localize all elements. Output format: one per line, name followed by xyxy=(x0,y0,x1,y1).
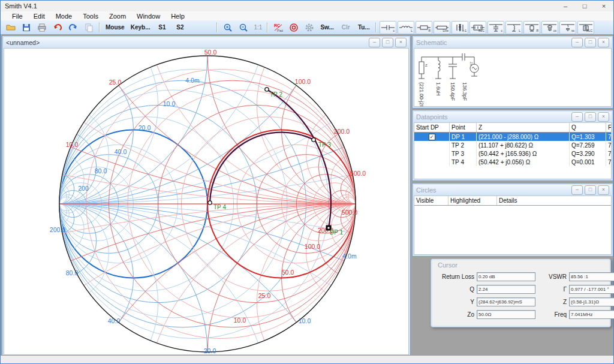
shunt-capacitor-value-label: 150.4pF xyxy=(450,82,456,101)
circles-column-highlighted[interactable]: Highlighted xyxy=(449,196,497,206)
chart-close-button[interactable]: × xyxy=(395,38,407,47)
conductance-label: 20.0 xyxy=(139,124,151,131)
datapoints-minimize-button[interactable]: – xyxy=(571,112,583,122)
menu-edit[interactable]: Edit xyxy=(28,13,50,20)
cursor-field-q[interactable]: 2.24 xyxy=(477,285,535,294)
series-capacitor-button[interactable]: c xyxy=(380,21,396,34)
cursor-field-[interactable]: 0.977 / -177.001 ° xyxy=(569,285,614,294)
shunt-inductor-symbol[interactable] xyxy=(435,57,441,79)
shunt-rlc-button[interactable]: RLC xyxy=(577,21,594,34)
circles-column-details[interactable]: Details xyxy=(497,196,612,206)
svg-text:Pad: Pad xyxy=(277,29,283,32)
point-label: TP 2 xyxy=(270,91,282,98)
shunt-series-cs-button[interactable]: cs xyxy=(541,21,558,34)
datapoints-column-start-dp[interactable]: Start DP xyxy=(414,123,450,133)
open-button[interactable] xyxy=(3,22,19,34)
shunt-capacitor-button[interactable]: c xyxy=(487,21,504,34)
zoom-out-button[interactable] xyxy=(236,22,251,34)
cursor-label-y: Y xyxy=(436,299,477,305)
circles-panel-titlebar[interactable]: Circles –□× xyxy=(414,185,612,195)
tool-button-clr[interactable]: Clr xyxy=(337,22,355,34)
schematic-minimize-button[interactable]: – xyxy=(571,38,583,47)
menu-file[interactable]: File xyxy=(7,13,28,20)
schematic-restore-button[interactable]: □ xyxy=(585,38,596,47)
mode-button-s1[interactable]: S1 xyxy=(153,22,171,34)
transmission-line-button[interactable]: Line xyxy=(434,21,450,34)
print-button[interactable] xyxy=(34,22,50,34)
zoom-in-button[interactable] xyxy=(220,22,236,34)
mode-button-keyb[interactable]: Keyb... xyxy=(128,22,154,34)
tool-button-tu[interactable]: Tu... xyxy=(355,22,373,34)
chart-restore-button[interactable]: □ xyxy=(382,38,393,47)
cursor-field-vswr[interactable]: 85.56 :1 xyxy=(569,272,614,281)
cursor-field-freq[interactable]: 7.041MHz xyxy=(569,310,614,319)
series-capacitor-symbol[interactable] xyxy=(462,53,465,61)
datapoints-close-button[interactable]: × xyxy=(598,112,609,122)
datapoints-column-q[interactable]: Q xyxy=(570,123,606,133)
smith-chart[interactable]: 10.025.050.0100.0200.0500.0500.0200.0100… xyxy=(4,49,409,355)
toolbar-separator xyxy=(267,22,268,32)
cursor-field-return-loss[interactable]: 0.20 dB xyxy=(477,272,535,281)
smith-chart-area[interactable]: 10.025.050.0100.0200.0500.0500.0200.0100… xyxy=(4,48,409,355)
svg-text:Line: Line xyxy=(443,29,449,32)
schematic-close-button[interactable]: × xyxy=(598,38,609,47)
start-dp-checkbox[interactable]: ✓ xyxy=(429,134,435,140)
undo-button[interactable] xyxy=(50,22,65,34)
target-button[interactable] xyxy=(286,22,302,34)
schematic-panel-titlebar[interactable]: Schematic –□× xyxy=(414,37,612,48)
datapoints-panel-titlebar[interactable]: Datapoints –□× xyxy=(414,112,612,122)
datapoints-column-frequency[interactable]: Frequency xyxy=(606,123,612,133)
copy-button[interactable] xyxy=(81,22,97,34)
menu-window[interactable]: Window xyxy=(131,13,165,20)
testpoint-marker[interactable] xyxy=(265,88,269,91)
cursor-field-z[interactable]: (0.58-j1.31)Ω xyxy=(569,297,614,306)
menu-mode[interactable]: Mode xyxy=(50,13,78,20)
gear-button[interactable] xyxy=(302,22,317,34)
zoom-ratio-button[interactable]: 1:1 xyxy=(251,24,264,31)
cursor-field-zo[interactable]: 50.0Ω xyxy=(477,310,535,319)
rc-pad-button[interactable]: RCPad xyxy=(270,22,286,34)
menu-help[interactable]: Help xyxy=(165,13,190,20)
maximize-button[interactable]: □ xyxy=(575,1,594,11)
shunt-series-ls-button[interactable]: ss xyxy=(559,21,576,34)
cursor-label-: Γ xyxy=(543,286,569,293)
toolbar-separator xyxy=(216,22,218,32)
circles-close-button[interactable]: × xyxy=(598,185,609,195)
datapoints-column-point[interactable]: Point xyxy=(450,123,477,133)
cursor-label-vswr: VSWR xyxy=(543,273,569,280)
circles-minimize-button[interactable]: – xyxy=(571,185,583,195)
series-inductor-button[interactable]: L xyxy=(398,21,414,34)
shunt-capacitor-symbol[interactable] xyxy=(449,57,457,79)
series-rlc-button[interactable]: RLC xyxy=(469,21,486,34)
datapoints-column-z[interactable]: Z xyxy=(477,123,570,133)
datapoint-row-tp-3[interactable]: TP 3(50.442 + j165.936) ΩQ=3.2907.041MHz xyxy=(414,149,612,158)
circles-column-visible[interactable]: Visible xyxy=(414,196,449,206)
datapoint-row-tp-2[interactable]: TP 2(11.107 + j80.622) ΩQ=7.2597.041MHz xyxy=(414,141,612,149)
mode-button-mouse[interactable]: Mouse xyxy=(103,22,128,34)
testpoint-marker[interactable] xyxy=(312,138,315,142)
chart-minimize-button[interactable]: – xyxy=(369,38,380,47)
minimize-button[interactable]: – xyxy=(556,1,575,11)
close-button[interactable]: × xyxy=(594,1,613,11)
shunt-inductor-button[interactable]: L xyxy=(505,21,522,34)
save-button[interactable] xyxy=(19,22,34,34)
tool-button-sw[interactable]: Sw... xyxy=(317,22,336,34)
shunt-resistor-button[interactable]: R xyxy=(523,21,540,34)
redo-button[interactable] xyxy=(65,22,81,34)
schematic-canvas[interactable]: ZZn(221.00-j2881.6uH150.4pF136.3pF xyxy=(414,48,612,107)
cursor-field-y[interactable]: (284.62+j636.92)mS xyxy=(477,297,535,306)
datapoints-restore-button[interactable]: □ xyxy=(585,112,596,122)
menu-tools[interactable]: Tools xyxy=(77,13,104,20)
testpoint-marker[interactable] xyxy=(208,201,212,204)
menu-zoom[interactable]: Zoom xyxy=(104,13,131,20)
chart-window-titlebar[interactable]: <unnamed> –□× xyxy=(4,37,409,48)
transformer-button[interactable]: n:1 xyxy=(452,21,468,34)
datapoint-row-dp-1[interactable]: ✓DP 1(221.000 - j288.000) ΩQ=1.3037.041M… xyxy=(414,133,612,142)
resistance-label: 50.0 xyxy=(282,269,294,276)
datapoint-row-tp-4[interactable]: TP 4(50.442 + j0.056) ΩQ=0.0017.041MHz xyxy=(414,158,612,166)
load-value-label: (221.00-j288 xyxy=(419,82,425,107)
circles-restore-button[interactable]: □ xyxy=(585,185,596,195)
series-resistor-button[interactable]: R xyxy=(416,21,432,34)
mode-button-s2[interactable]: S2 xyxy=(171,22,189,34)
load-resistor[interactable] xyxy=(419,62,424,74)
